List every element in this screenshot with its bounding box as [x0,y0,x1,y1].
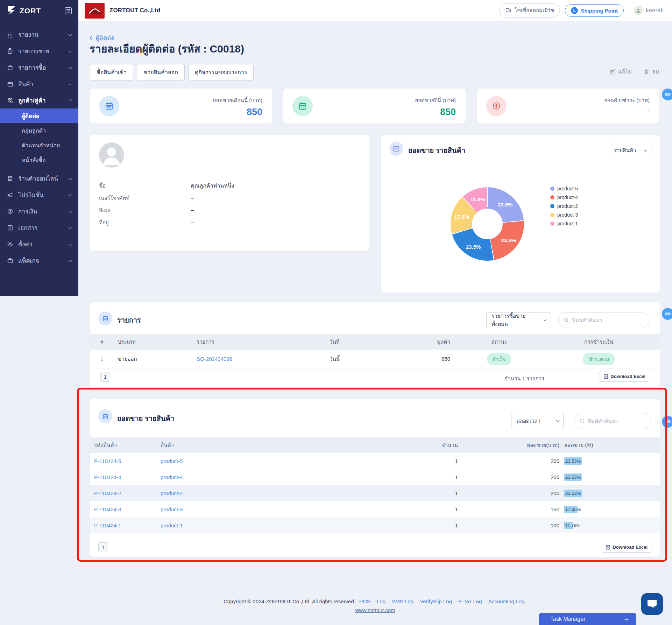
document-link[interactable]: SO-202404036 [197,356,232,362]
chevron-down-icon [556,419,560,422]
search-input[interactable] [572,317,644,323]
product-code-link[interactable]: P-110424-5 [94,458,121,464]
field-label: อีเมล [99,206,191,215]
chevron-down-icon [69,259,72,262]
sidebar-item-promotions[interactable]: โปรโมชั่น [0,187,78,203]
copyright-text: Copyright © 2024 ZORTOUT Co.,Ltd. All ri… [224,598,355,604]
product-name-link[interactable]: product-2 [161,490,183,496]
floating-om-badge[interactable]: 0M [662,308,672,320]
footer-link-pos[interactable]: POS [359,598,370,604]
chat-widget-button[interactable] [641,593,663,615]
product-name-link[interactable]: product-5 [161,458,183,464]
logo-text: ZORT [20,7,41,15]
sell-out-button[interactable]: ขายสินค้าออก [137,64,185,80]
legend-dot [550,195,554,199]
footer-link-accounting-log[interactable]: Accounting Log [488,598,524,604]
sidebar-item-products[interactable]: สินค้า [0,76,78,92]
percent-label: 23.53% [565,475,581,480]
transactions-table-header: # ประเภท รายการ วันที่ มูลค่า สถานะ การช… [90,334,660,350]
sidebar-item-label: ตั้งค่า [18,239,32,249]
store-icon [7,175,13,182]
minimize-button[interactable]: – [625,616,628,623]
transactions-filter-dropdown[interactable]: รายการซื้อขายทั้งหมด [486,312,551,328]
column-header[interactable]: สินค้า [161,441,377,449]
task-manager-bar[interactable]: Task Manager – [539,613,636,625]
column-header: สถานะ [450,338,548,346]
edit-button[interactable]: แก้ไข [609,67,632,76]
pagination-page-1[interactable]: 1 [98,542,108,552]
product-table-header: รหัสสินค้า สินค้า จำนวน ยอดขาย(บาท) ยอดข… [90,437,660,453]
sidebar-item-customers[interactable]: ลูกค้า/คู่ค้า [0,92,78,108]
sidebar-item-label: แพ็คเกจ [18,256,39,265]
buy-in-button[interactable]: ซื้อสินค้าเข้า [90,64,133,80]
sidebar-item-label: การเงิน [18,206,37,216]
column-header[interactable]: รหัสสินค้า [94,441,161,449]
column-header[interactable]: ยอดขาย(บาท) [458,441,559,449]
contact-card: ชื่อ คุณลูกค้าท่านหนึ่ง เบอร์โทรศัพท์ – … [90,135,369,251]
product-code-link[interactable]: P-110424-3 [94,506,121,512]
website-link[interactable]: www.zortout.com [355,607,395,613]
sidebar-item-label: โปรโมชั่น [18,190,44,199]
user-menu[interactable]: keerati [634,6,664,15]
view-activity-button[interactable]: ดูกิจกรรมของรายการ [188,64,254,80]
sidebar-item-sales[interactable]: รายการขาย [0,43,78,59]
sidebar-item-finance[interactable]: การเงิน [0,203,78,219]
product-code-link[interactable]: P-110424-1 [94,522,121,528]
sidebar-item-packages[interactable]: แพ็คเกจ [0,252,78,269]
pagination-page-1[interactable]: 1 [100,372,110,382]
chevron-down-icon [69,49,72,53]
product-qty: 1 [377,506,458,512]
column-header[interactable]: จำนวน [377,441,458,449]
subitem-label: กลุ่มลูกค้า [22,126,46,135]
menu-toggle-icon[interactable] [64,7,72,15]
product-name-link[interactable]: product-3 [161,506,183,512]
product-code-link[interactable]: P-110424-4 [94,474,121,480]
sidebar-subitem-purchase-page[interactable]: หน้าสั่งซื้อ [0,153,78,167]
sidebar-item-documents[interactable]: เอกสาร [0,219,78,236]
stat-label: ยอดค้างชำระ (บาท) [604,96,650,105]
percent-label: 11.76% [565,523,580,528]
footer-link-verifyslip-log[interactable]: VerifySlip Log [420,598,452,604]
chevron-down-icon [644,148,648,152]
brand: ZORTOUT Co.,Ltd [85,3,160,19]
footer-link-sms-log[interactable]: SMS Log [392,598,413,604]
chevron-down-icon [69,177,72,180]
product-code-link[interactable]: P-110424-2 [94,490,121,496]
product-name-link[interactable]: product-1 [161,522,183,528]
footer-link-etax-log[interactable]: E-Tax Log [458,598,482,604]
sidebar-subitem-dealers[interactable]: ตัวแทนจำหน่าย [0,138,78,153]
footer-link-log[interactable]: Log [377,598,385,604]
status-badge: สำเร็จ [487,353,511,365]
slice-label: 23.5% [501,237,516,243]
delete-button[interactable]: ลบ [644,67,659,76]
search-icon [564,317,569,323]
download-excel-button[interactable]: Download Excel [600,371,649,382]
sidebar-subitem-customer-groups[interactable]: กลุ่มลูกค้า [0,123,78,138]
social-commerce-button[interactable]: โซเชี่ยลคอมเมิร์ช [499,3,560,17]
chart-filter-dropdown[interactable]: รายสินค้า [609,143,651,158]
app-root: ZORT รายงาน รายการขาย รายการซื้อ สินค้า [0,0,672,625]
gear-icon [7,241,13,247]
sidebar-item-settings[interactable]: ตั้งค่า [0,236,78,252]
product-sales-filter-dropdown[interactable]: ตลอดเวลา [511,413,564,429]
calendar-icon [292,96,313,116]
sidebar-subitem-contacts[interactable]: ผู้ติดต่อ [0,108,78,123]
sidebar-item-reports[interactable]: รายงาน [0,26,78,43]
subitem-label: หน้าสั่งซื้อ [22,156,46,164]
people-icon [7,97,13,104]
product-name-link[interactable]: product-4 [161,474,183,480]
sidebar-logo-row: ZORT [0,0,78,21]
field-value: – [191,219,194,226]
search-input[interactable] [588,418,646,424]
sidebar-item-online-store[interactable]: ร้านค้าออนไลน์ [0,170,78,187]
product-qty: 1 [377,522,458,528]
coin-icon [7,208,13,215]
floating-om-badge[interactable]: 0M [662,89,672,100]
chevron-down-icon [69,193,72,197]
shipping-point-button[interactable]: L Shipping Point [565,4,624,17]
transactions-card: รายการ รายการซื้อขายทั้งหมด # ประเภท ราย… [90,302,660,387]
download-excel-button[interactable]: Download Excel [602,542,651,553]
floating-om-badge[interactable]: 0M [662,416,672,428]
sidebar-item-purchases[interactable]: รายการซื้อ [0,59,78,76]
sidebar-item-label: รายงาน [18,30,38,39]
